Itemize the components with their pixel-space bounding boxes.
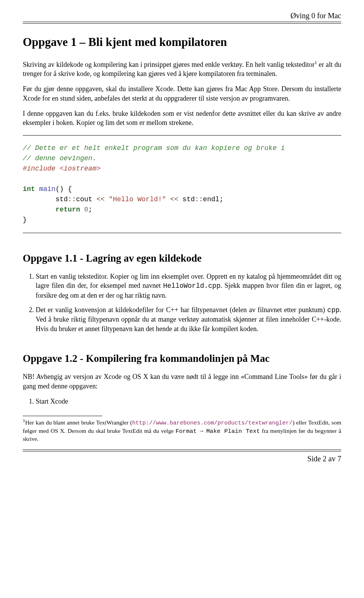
page-footer-right: Side 2 av 7 <box>23 454 341 464</box>
nb-paragraph: NB! Avhengig av versjon av Xcode og OS X… <box>23 372 341 391</box>
footer-side: Side <box>308 454 323 463</box>
code-dcolon2: :: <box>195 196 203 203</box>
fn-tt1: Format <box>176 428 197 435</box>
heading-oppgave-1-2: Oppgave 1.2 - Kompilering fra kommandoli… <box>23 352 341 365</box>
heading-oppgave-1: Oppgave 1 – Bli kjent med kompilatoren <box>23 34 341 50</box>
footnote-rule <box>23 416 102 416</box>
footer-current-page: 2 <box>323 454 326 463</box>
code-lshift2: << <box>166 196 182 203</box>
code-std2: std <box>182 196 195 203</box>
footer-av: av <box>326 454 337 463</box>
code-close: } <box>23 216 27 224</box>
li2-a: Det er vanlig konvensjon at kildekodefil… <box>36 306 327 314</box>
code-listing: // Dette er et helt enkelt program som d… <box>23 143 341 225</box>
footnote-link[interactable]: http://www.barebones.com/products/textwr… <box>132 420 292 426</box>
code-open: () { <box>55 185 72 193</box>
code-semi1: ; <box>220 196 224 203</box>
code-dcolon1: :: <box>68 196 76 203</box>
code-zero: 0 <box>80 206 88 213</box>
list-item: Det er vanlig konvensjon at kildekodefil… <box>36 305 341 333</box>
fn-tt2: Make Plain Text <box>206 428 260 435</box>
code-kw-int: int <box>23 185 35 193</box>
list-item: Start Xcode <box>36 397 341 406</box>
page: Øving 0 for Mac Oppgave 1 – Bli kjent me… <box>0 0 364 598</box>
code-endl: endl <box>203 196 219 203</box>
fn-a: Her kan du blant annet bruke TextWrangle… <box>25 419 132 426</box>
list-1-2: Start Xcode <box>23 397 341 406</box>
code-include: #include <iostream> <box>23 165 100 172</box>
list-1-1: Start en vanlig teksteditor. Kopier og l… <box>23 272 341 333</box>
footer-rule <box>23 450 341 451</box>
code-rule-top <box>23 135 341 136</box>
code-comment-2: // denne oevingen. <box>23 155 96 162</box>
code-cout: cout <box>76 196 92 203</box>
li1-tt: HelloWorld.cpp <box>163 282 220 290</box>
intro-paragraph-3: I denne oppgaven kan du f.eks. bruke kil… <box>23 109 341 128</box>
code-lshift1: << <box>93 196 109 203</box>
code-semi2: ; <box>88 206 93 213</box>
header-rule <box>23 22 341 24</box>
code-rule-bottom <box>23 233 341 233</box>
page-header-right: Øving 0 for Mac <box>23 11 341 21</box>
intro-paragraph-1: Skriving av kildekode og kompilering kan… <box>23 60 341 79</box>
p1-a: Skriving av kildekode og kompilering kan… <box>23 61 315 68</box>
code-kw-return: return <box>55 206 80 213</box>
li2-tt: cpp <box>327 306 339 314</box>
code-std1: std <box>55 196 67 203</box>
code-comment-1: // Dette er et helt enkelt program som d… <box>23 144 285 152</box>
code-fn-main: main <box>39 185 55 193</box>
code-string: "Hello World!" <box>109 196 166 203</box>
footer-total-pages: 7 <box>337 454 341 463</box>
footnote-1: 1Her kan du blant annet bruke TextWrangl… <box>23 418 341 443</box>
list-item: Start en vanlig teksteditor. Kopier og l… <box>36 272 341 300</box>
intro-paragraph-2: Før du gjør denne oppgaven, skal du inst… <box>23 84 341 103</box>
heading-oppgave-1-1: Oppgave 1.1 - Lagring av egen kildekode <box>23 251 341 265</box>
arrow-icon: → <box>197 428 206 434</box>
